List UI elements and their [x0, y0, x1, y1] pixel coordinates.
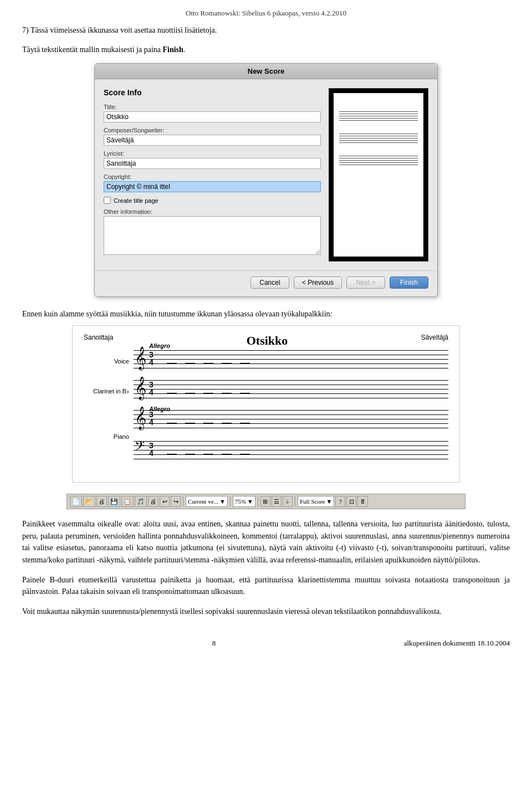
undo-btn[interactable]: ↩ — [160, 496, 170, 507]
separator2 — [230, 496, 231, 506]
title-label: Title: — [104, 104, 321, 110]
time-sig-piano-treble: 34 — [149, 411, 154, 426]
rests-voice: — — — — — — [167, 357, 250, 368]
piano-treble-staff: 𝄞 34 — — — — — — [134, 410, 448, 432]
previous-button[interactable]: < Previous — [294, 276, 342, 289]
finish-button[interactable]: Finish — [390, 276, 428, 289]
separator4 — [295, 496, 295, 506]
treble-clef-clarinet: 𝄞 — [135, 378, 146, 398]
next-button[interactable]: Next > — [346, 276, 385, 289]
title-input[interactable] — [104, 111, 321, 122]
title-field-group: Title: — [104, 104, 321, 122]
preview-staff-set2 — [339, 132, 418, 145]
score-right-label: Säveltäjä — [421, 334, 448, 341]
open-btn[interactable]: 📂 — [83, 496, 95, 507]
score-sheet: Sanoittaja Otsikko Säveltäjä Voice Alleg… — [72, 325, 460, 483]
page-footer: 8 alkuperäinen dokumentti 18.10.2004 — [22, 634, 510, 648]
dialog-titlebar: New Score — [95, 64, 437, 79]
toolbar-description: Painikkeet vasemmalta oikealle ovat: alo… — [22, 518, 510, 566]
allegro-label-voice: Allegro — [149, 342, 170, 349]
voice-label: Voice — [84, 358, 134, 365]
page-header: Otto Romanowski: Sibelius 6 pikaopas, ve… — [22, 6, 510, 18]
dialog-wrapper: New Score Score Info Title: Composer/Son… — [22, 63, 510, 297]
scan-btn[interactable]: 🖨 — [96, 496, 107, 507]
score-preview — [334, 93, 423, 257]
create-title-checkbox[interactable] — [104, 197, 111, 204]
create-title-label: Create title page — [114, 197, 158, 204]
rests-piano-treble: — — — — — — [167, 417, 250, 428]
section3-text: Painele B-duuri etumerkeillä varustettua… — [22, 574, 510, 598]
section2-heading: Ennen kuin alamme syöttää musiikkia, nii… — [22, 308, 510, 320]
toolbar-wrapper: 📄 📂 🖨 💾 📋 🎵 🖨 ↩ ↪ Current ve... ▼ 75% ▼ … — [22, 494, 510, 509]
save-version-btn[interactable]: 📋 — [121, 496, 134, 507]
cancel-button[interactable]: Cancel — [250, 276, 289, 289]
toolbar: 📄 📂 🖨 💾 📋 🎵 🖨 ↩ ↪ Current ve... ▼ 75% ▼ … — [66, 494, 466, 509]
save-btn[interactable]: 💾 — [108, 496, 120, 507]
panels-btn[interactable]: ⊡ — [346, 496, 356, 507]
header-text: Otto Romanowski: Sibelius 6 pikaopas, ve… — [186, 9, 346, 17]
bass-clef-piano: 𝄢 — [135, 440, 145, 455]
clarinet-label: Clarinet in B♭ — [84, 388, 134, 395]
dialog-body: Score Info Title: Composer/Songwriter: L… — [95, 79, 437, 270]
print-btn[interactable]: 🖨 — [148, 496, 158, 507]
clarinet-staff-row: Clarinet in B♭ 𝄞 34 — — — — — Allegro — [84, 380, 448, 402]
export-audio-btn[interactable]: 🎵 — [135, 496, 147, 507]
lyricist-label: Lyricist: — [104, 150, 321, 157]
other-info-textarea[interactable] — [104, 216, 321, 255]
rests-clarinet: — — — — — — [167, 387, 250, 398]
help-btn[interactable]: ? — [335, 496, 345, 507]
clarinet-staff: 𝄞 34 — — — — — Allegro — [134, 380, 448, 402]
time-sig-voice: 34 — [149, 351, 154, 366]
mixer-btn[interactable]: 🎚 — [357, 496, 368, 507]
view-dropdown[interactable]: Current ve... ▼ — [186, 496, 228, 507]
composer-field-group: Composer/Songwriter: — [104, 127, 321, 146]
redo-btn[interactable]: ↪ — [171, 496, 181, 507]
new-score-dialog: New Score Score Info Title: Composer/Son… — [94, 63, 438, 297]
intro-line1: 7) Tässä viimeisessä ikkunassa voit aset… — [22, 24, 510, 36]
intro-line2: Täytä tekstikentät mallin mukaisesti ja … — [22, 44, 510, 55]
other-info-label: Other information: — [104, 208, 321, 215]
dialog-left-panel: Score Info Title: Composer/Songwriter: L… — [104, 88, 321, 262]
other-info-group: Other information: — [104, 208, 321, 257]
transpose-btn[interactable]: ♭ — [283, 496, 293, 507]
composer-label: Composer/Songwriter: — [104, 127, 321, 134]
separator1 — [183, 496, 183, 506]
score-dropdown[interactable]: Full Score ▼ — [298, 496, 334, 507]
voice-staff-row: Voice Allegro 𝄞 34 — — — — — — [84, 350, 448, 372]
footer-page-number: 8 — [212, 639, 216, 648]
composer-input[interactable] — [104, 135, 321, 146]
copyright-label: Copyright: — [104, 173, 321, 180]
separator3 — [258, 496, 258, 506]
piano-staves: 𝄞 34 — — — — — 𝄢 34 — — — — — — [134, 410, 448, 463]
score-sheet-header: Sanoittaja Otsikko Säveltäjä — [84, 334, 448, 348]
footer-right: alkuperäinen dokumentti 18.10.2004 — [404, 639, 510, 648]
piano-staff-row: Piano 𝄞 34 — — — — — — [84, 410, 448, 463]
time-sig-clarinet: 34 — [149, 381, 154, 396]
treble-clef-voice: 𝄞 — [135, 348, 146, 368]
create-title-page-row: Create title page — [104, 197, 321, 204]
score-sheet-wrapper: Sanoittaja Otsikko Säveltäjä Voice Alleg… — [22, 325, 510, 483]
voice-staff: Allegro 𝄞 34 — — — — — — [134, 350, 448, 372]
footer-left — [22, 639, 24, 648]
dialog-preview-panel — [329, 88, 428, 262]
score-info-title: Score Info — [104, 88, 321, 97]
score-left-label: Sanoittaja — [84, 334, 113, 341]
copyright-field-group: Copyright: — [104, 173, 321, 192]
active-stave-btn[interactable]: ☰ — [272, 496, 282, 507]
dialog-footer: Cancel < Previous Next > Finish — [95, 270, 437, 296]
piano-bass-staff: 𝄢 34 — — — — — — [134, 441, 448, 463]
preview-staff-set1 — [339, 110, 418, 122]
treble-clef-piano: 𝄞 — [135, 408, 146, 428]
lyricist-input[interactable] — [104, 158, 321, 169]
time-sig-piano-bass: 34 — [149, 442, 154, 457]
lyricist-field-group: Lyricist: — [104, 150, 321, 169]
copyright-input[interactable] — [104, 181, 321, 192]
new-btn[interactable]: 📄 — [70, 496, 82, 507]
panorama-btn[interactable]: ⊞ — [260, 496, 270, 507]
piano-label: Piano — [84, 433, 134, 440]
preview-staff-set3 — [339, 154, 418, 167]
section4-text: Voit mukauttaa näkymän suurennusta/piene… — [22, 606, 510, 618]
zoom-input[interactable]: 75% ▼ — [233, 496, 255, 507]
rests-piano-bass: — — — — — — [167, 448, 250, 459]
